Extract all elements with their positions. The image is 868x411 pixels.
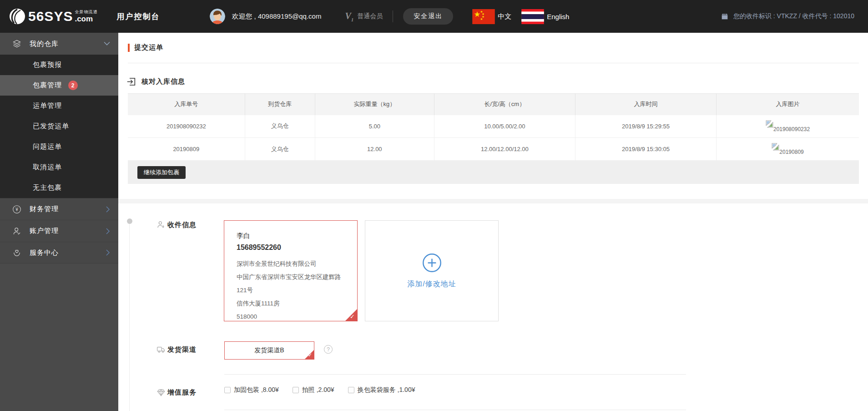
- sidebar-item-package-forecast[interactable]: 包裹预报: [0, 55, 118, 75]
- circle-plus-icon: [422, 253, 442, 273]
- table-footer-band: 继续添加包裹: [128, 161, 859, 184]
- channel-label-row: 发货渠道: [156, 345, 197, 354]
- vip-level-icon: V1: [345, 11, 353, 22]
- value-added-services-row: 加固包装 ,8.00¥ 拍照 ,2.00¥ 换包装袋服务 ,1.00¥: [224, 386, 415, 394]
- sidebar-item-problem-waybills[interactable]: 问题运单: [0, 137, 118, 157]
- selected-channel-button[interactable]: 发货渠道B ✓: [224, 341, 314, 360]
- svg-text:★: ★: [474, 10, 481, 18]
- cell-dimensions: 10.00/5.00/2.00: [434, 115, 575, 138]
- cell-time: 2019/8/9 15:30:05: [575, 138, 716, 161]
- table-row: 20190809 义乌仓 12.00 12.00/12.00/12.00 201…: [128, 138, 859, 161]
- recipient-name: 李白: [237, 232, 348, 240]
- table-row: 201908090232 义乌仓 5.00 10.00/5.00/2.00 20…: [128, 115, 859, 138]
- selected-address-card[interactable]: 李白 15689552260 深圳市全景世纪科技有限公司 中国广东省深圳市宝安区…: [224, 220, 358, 321]
- logo-sphere-icon: [9, 8, 25, 25]
- brand-slogan: 全景物流通: [75, 10, 97, 14]
- lang-chinese-label[interactable]: 中文: [498, 12, 511, 21]
- service-option-reinforced-packaging[interactable]: 加固包装 ,8.00¥: [224, 386, 279, 394]
- intake-table-wrap: 入库单号 到货仓库 实际重量（kg） 长/宽/高（cm） 入库时间 入库图片 2…: [128, 93, 859, 184]
- recipient-info-label: 收件信息: [167, 221, 197, 229]
- col-header-dimensions: 长/宽/高（cm）: [434, 94, 575, 115]
- check-in-box-icon: [126, 77, 136, 86]
- image-alt-text[interactable]: 201908090232: [773, 126, 810, 132]
- brand-logo[interactable]: 56SYS 全景物流通 .com: [9, 8, 97, 25]
- cell-order-no: 20190809: [128, 138, 245, 161]
- sidebar-item-unclaimed-packages[interactable]: 无主包裹: [0, 178, 118, 198]
- add-address-card[interactable]: 添加/修改地址: [365, 220, 499, 321]
- china-flag-icon[interactable]: ★ ★ ★ ★ ★: [472, 9, 495, 24]
- yuan-icon: ¥: [12, 205, 21, 214]
- receiver-id-text: 您的收件标识 : VTKZZ / 收件代号 : 102010: [733, 12, 854, 20]
- sidebar-item-shipped-waybills[interactable]: 已发货运单: [0, 116, 118, 137]
- checkin-section-head: 核对入库信息: [126, 77, 185, 86]
- broken-image-icon: [766, 120, 773, 128]
- logout-button[interactable]: 安全退出: [403, 8, 453, 25]
- lang-english-label[interactable]: English: [547, 13, 569, 20]
- user-icon: [12, 227, 21, 236]
- parcel-box-icon: [721, 12, 729, 20]
- main-content: 提交运单 核对入库信息 入库单号 到货仓库 实: [118, 33, 868, 411]
- page: 56SYS 全景物流通 .com 用户控制台 欢迎您 , 409889195@q…: [0, 0, 868, 411]
- user-avatar[interactable]: [210, 9, 225, 24]
- sidebar-item-waybill-management[interactable]: 运单管理: [0, 96, 118, 116]
- brand-tld: .com: [75, 15, 97, 23]
- cell-weight: 5.00: [315, 115, 434, 138]
- recipient-phone: 15689552260: [237, 244, 348, 252]
- chevron-right-icon: [106, 228, 110, 234]
- checkbox[interactable]: [348, 387, 354, 393]
- image-alt-text[interactable]: 20190809: [779, 149, 803, 155]
- help-icon[interactable]: ?: [324, 345, 333, 354]
- cell-image: 201908090232: [717, 115, 859, 138]
- console-title: 用户控制台: [116, 11, 160, 22]
- sidebar: 我的仓库 包裹预报 包裹管理 2 运单管理 已发货运单 问题运单: [0, 33, 118, 411]
- col-header-weight: 实际重量（kg）: [315, 94, 434, 115]
- thailand-flag-icon[interactable]: [521, 9, 544, 24]
- cell-warehouse: 义乌仓: [245, 138, 315, 161]
- sidebar-item-label: 我的仓库: [30, 40, 59, 48]
- sidebar-item-account-management[interactable]: 账户管理: [0, 220, 118, 242]
- checkbox[interactable]: [224, 387, 231, 393]
- gem-icon: [156, 388, 166, 397]
- title-divider: [128, 63, 859, 63]
- truck-icon: [156, 345, 166, 354]
- selected-check-corner: ✓: [304, 350, 314, 360]
- layers-icon: [12, 39, 21, 48]
- channel-name: 发货渠道B: [254, 346, 284, 355]
- welcome-text: 欢迎您 , 409889195@qq.com: [232, 12, 321, 21]
- cell-image: 20190809: [717, 138, 859, 161]
- sidebar-item-cancelled-waybills[interactable]: 取消运单: [0, 157, 118, 178]
- services-label: 增值服务: [167, 388, 197, 397]
- stepper-line: [129, 224, 130, 411]
- service-option-repack-bag[interactable]: 换包装袋服务 ,1.00¥: [348, 386, 415, 394]
- membership-badge: V1 普通会员: [345, 11, 383, 22]
- col-header-warehouse: 到货仓库: [245, 94, 315, 115]
- sidebar-item-service-center[interactable]: 服务中心: [0, 242, 118, 264]
- member-level-label: 普通会员: [357, 12, 383, 20]
- continue-add-package-button[interactable]: 继续添加包裹: [137, 166, 186, 179]
- col-header-time: 入库时间: [575, 94, 716, 115]
- cell-dimensions: 12.00/12.00/12.00: [434, 138, 575, 161]
- table-header-row: 入库单号 到货仓库 实际重量（kg） 长/宽/高（cm） 入库时间 入库图片: [128, 94, 859, 115]
- intake-table: 入库单号 到货仓库 实际重量（kg） 长/宽/高（cm） 入库时间 入库图片 2…: [128, 93, 859, 161]
- recipient-info-label-row: 收件信息: [156, 220, 197, 229]
- checkbox[interactable]: [293, 387, 299, 393]
- page-title: 提交运单: [134, 43, 163, 52]
- broken-image-icon: [772, 143, 779, 151]
- cell-time: 2019/8/9 15:29:55: [575, 115, 716, 138]
- checkin-section-title: 核对入库信息: [141, 77, 185, 86]
- chevron-right-icon: [106, 249, 110, 256]
- chevron-down-icon: [104, 42, 110, 46]
- sidebar-item-my-warehouse[interactable]: 我的仓库: [0, 33, 118, 55]
- chevron-right-icon: [106, 206, 110, 213]
- sidebar-item-finance-management[interactable]: ¥ 财务管理: [0, 198, 118, 220]
- cell-order-no: 201908090232: [128, 115, 245, 138]
- service-option-photo[interactable]: 拍照 ,2.00¥: [293, 386, 334, 394]
- col-header-order-no: 入库单号: [128, 94, 245, 115]
- selected-check-corner: ✓: [345, 309, 358, 321]
- channel-label: 发货渠道: [167, 345, 197, 354]
- section-separator-strip: [118, 199, 868, 203]
- add-address-label: 添加/修改地址: [407, 279, 456, 289]
- stepper-dot: [127, 218, 132, 224]
- sidebar-item-package-management[interactable]: 包裹管理 2: [0, 75, 118, 96]
- unread-count-badge: 2: [68, 81, 78, 90]
